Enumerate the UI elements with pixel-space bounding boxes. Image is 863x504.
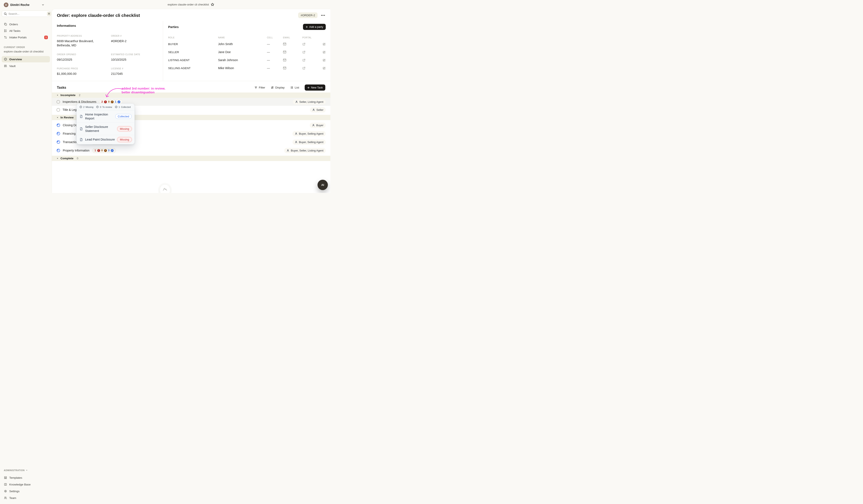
document-item[interactable]: Lead Paint Disclosure Missing	[77, 135, 135, 144]
assignee-names: Seller	[316, 108, 323, 112]
annotation-arrow-icon	[104, 88, 124, 100]
review-clock-filled-icon	[111, 100, 114, 103]
sidebar-item-overview[interactable]: Overview	[2, 56, 50, 62]
assignee-pill[interactable]: Buyer, Selling Agent	[292, 131, 326, 136]
caret-down-icon	[57, 158, 59, 160]
portal-link-icon[interactable]	[302, 51, 321, 54]
transfer-arrows-icon	[4, 36, 7, 39]
orders-icon	[4, 23, 7, 26]
stat-label: Collected	[121, 106, 130, 108]
email-icon[interactable]	[283, 59, 302, 62]
portal-link-icon[interactable]	[302, 66, 321, 70]
search-box[interactable]: ⌘ K	[2, 11, 50, 17]
task-name: Property Information	[63, 149, 89, 152]
clock-icon	[96, 105, 99, 108]
missing-count: 1	[95, 149, 96, 152]
sidebar-item-vault[interactable]: Vault	[2, 63, 50, 69]
document-icon	[79, 127, 83, 131]
edit-party-icon[interactable]	[323, 42, 326, 46]
assignee-pill[interactable]: Buyer, Selling Agent	[292, 139, 326, 145]
assignee-names: Buyer, Seller, Listing Agent	[291, 149, 323, 152]
search-input[interactable]	[9, 12, 46, 15]
party-name: Sarah Johnson	[218, 58, 267, 62]
section-label: Complete	[61, 157, 74, 160]
edit-party-icon[interactable]	[323, 51, 326, 54]
portal-link-icon[interactable]	[302, 59, 321, 62]
status-badge: Missing	[117, 137, 132, 142]
task-status-circle-icon[interactable]	[57, 100, 60, 104]
field-value: 2117045	[111, 72, 152, 76]
sidebar-item-all-tasks[interactable]: All Tasks	[2, 28, 50, 34]
add-party-label: Add a party	[309, 25, 323, 28]
party-cell: —	[267, 50, 283, 54]
assignee-names: Buyer, Selling Agent	[299, 132, 323, 135]
stat-label: To review	[102, 106, 112, 108]
user-menu[interactable]: D Dimitri Roche	[2, 2, 50, 8]
collected-count: 1	[115, 100, 116, 103]
more-icon[interactable]: •••	[321, 13, 325, 17]
in-review-clock-icon	[57, 140, 60, 144]
document-icon	[79, 115, 83, 118]
user-name: Dimitri Roche	[10, 3, 29, 7]
field-value: #ORDER-2	[111, 39, 152, 43]
col-cell: CELL	[267, 36, 283, 39]
review-clock-filled-icon	[104, 149, 107, 152]
sidebar-item-orders[interactable]: Orders	[2, 21, 50, 27]
search-icon	[4, 12, 7, 15]
task-row-property-information[interactable]: Property Information 1 0 3 Buyer, Seller…	[52, 146, 330, 155]
doc-count-badge[interactable]: 1 0 3	[92, 148, 116, 153]
tasks-icon	[4, 29, 7, 33]
section-count: 2	[79, 93, 80, 97]
add-party-button[interactable]: Add a party	[303, 24, 326, 30]
collected-count: 3	[108, 149, 110, 152]
info-field-property-address: PROPERTY ADDRESS 6699 Macarthur Boulevar…	[57, 35, 111, 48]
assignee-pill[interactable]: Buyer, Seller, Listing Agent	[284, 148, 326, 153]
task-status-circle-icon[interactable]	[57, 108, 60, 112]
annotation-line1: added 3rd number: in review.	[122, 87, 165, 90]
document-item[interactable]: Seller Disclosure Statement Missing	[77, 123, 135, 135]
info-field-close-date: ESTIMATED CLOSE DATE 10/10/2025	[111, 53, 158, 62]
parties-table-header: ROLE NAME CELL EMAIL PORTAL	[168, 35, 326, 40]
assignee-pill[interactable]: Seller	[310, 107, 326, 113]
documents-popover: 2 Missing 0 To review 1 Collected Home I…	[76, 103, 135, 144]
field-value: 6699 Macarthur Boulevard, Bethesda, MD	[57, 39, 98, 48]
document-item[interactable]: Home Inspection Report Collected	[77, 110, 135, 123]
order-card: Order: explore claude-order cli checklis…	[52, 9, 330, 193]
list-view-button[interactable]: List	[290, 86, 299, 89]
assignee-pill[interactable]: Seller, Listing Agent	[293, 99, 326, 104]
ai-assistant-button[interactable]: AI	[317, 180, 328, 190]
col-email: EMAIL	[283, 36, 302, 39]
email-icon[interactable]	[283, 51, 302, 53]
display-button[interactable]: Display	[271, 86, 285, 89]
assignee-pill[interactable]: Buyer	[310, 123, 326, 128]
plus-icon	[307, 86, 310, 89]
filter-icon	[254, 86, 258, 89]
star-icon[interactable]	[211, 3, 214, 6]
section-incomplete[interactable]: Incomplete 2	[52, 92, 330, 98]
info-field-order-number: ORDER # #ORDER-2	[111, 35, 158, 48]
edit-party-icon[interactable]	[323, 59, 326, 62]
tasks-heading: Tasks	[57, 86, 66, 90]
order-header: Order: explore claude-order cli checklis…	[52, 9, 330, 21]
section-complete[interactable]: Complete 0	[52, 156, 330, 161]
field-label: PURCHASE PRICE	[57, 67, 111, 70]
section-count: 0	[77, 157, 78, 160]
task-name: Financing	[63, 132, 76, 135]
field-label: ESTIMATED CLOSE DATE	[111, 53, 158, 55]
collected-check-filled-icon	[111, 149, 114, 152]
current-order-nav: Overview Vault	[2, 56, 50, 69]
email-icon[interactable]	[283, 42, 302, 46]
sidebar-item-intake-portals[interactable]: Intake Portals 1	[2, 34, 50, 40]
new-task-button[interactable]: New Task	[305, 85, 325, 91]
portal-link-icon[interactable]	[302, 42, 321, 46]
display-label: Display	[275, 86, 285, 89]
status-badge: Missing	[117, 126, 132, 131]
stat-count: 1	[118, 106, 120, 108]
email-icon[interactable]	[283, 66, 302, 70]
parties-table: ROLE NAME CELL EMAIL PORTAL BUYER John S…	[168, 35, 326, 72]
edit-party-icon[interactable]	[323, 66, 326, 70]
filter-button[interactable]: Filter	[254, 86, 265, 89]
current-order-name: explore claude-order cli checklist	[4, 50, 48, 53]
stat-to-review: 0 To review	[96, 105, 112, 108]
top-bar-title: explore claude-order cli checklist	[168, 3, 209, 6]
